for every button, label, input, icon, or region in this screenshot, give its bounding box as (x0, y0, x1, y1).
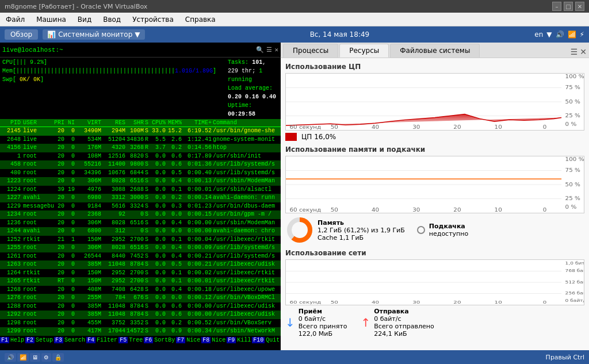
tab-processes[interactable]: Процессы (283, 44, 338, 58)
table-row[interactable]: 458root20055216114009800S0.00.60:01.36/u… (0, 160, 281, 169)
sys-icon-3[interactable]: 🖥 (30, 353, 40, 362)
menu-machine[interactable]: Машина (33, 14, 70, 25)
table-row[interactable]: 1264rtkit200150M29522700S0.00.10:00.02/u… (0, 269, 281, 278)
menu-devices[interactable]: Устройства (129, 14, 177, 25)
cell-pri: 20 (53, 152, 66, 161)
cell-virt: 150M (76, 236, 102, 244)
sys-icon-2[interactable]: 📶 (17, 353, 29, 362)
footer-btn-f10[interactable]: F10Quit (252, 336, 281, 345)
footer-btn-f7[interactable]: F7Nice (176, 336, 201, 345)
table-row[interactable]: 1root200108M125168820S0.00.60:17.89/usr/… (0, 152, 281, 161)
cell-mem%: 0.6 (167, 311, 183, 319)
mem-donut (285, 216, 314, 244)
cell-s: R (145, 136, 151, 144)
tab-close-icon[interactable]: ✕ (580, 47, 587, 56)
cell-shr: 6516 (127, 219, 145, 228)
cell-pri: 20 (53, 327, 66, 336)
col-header-pri: PRI (53, 120, 66, 126)
cell-s: S (145, 219, 151, 228)
sys-icon-5[interactable]: 🔒 (52, 353, 64, 362)
footer-btn-f6[interactable]: F6SortBy (144, 336, 176, 345)
sysmon-label: Системный монитор (58, 30, 132, 39)
cell-pid: 1264 (2, 269, 23, 278)
menu-icon[interactable]: ☰ (266, 46, 272, 53)
cell-mem%: 0.1 (167, 277, 183, 286)
table-row[interactable]: 1223root200306M80286516S0.00.40:00.13/us… (0, 177, 281, 186)
cell-ni: 19 (66, 186, 76, 194)
cell-shr: 0 (127, 227, 145, 236)
table-row[interactable]: 4156live200176M43203268R3.70.20:14.56hto… (0, 144, 281, 152)
table-row[interactable]: 1263root200385M110488784S0.00.50:00.21/u… (0, 260, 281, 269)
cell-pri: 20 (53, 136, 66, 144)
table-row[interactable]: 1244avahi20068003120S0.00.00:00.00avahi-… (0, 227, 281, 236)
cell-shr: 9800 (127, 160, 145, 169)
tab-filesystems[interactable]: Файловые системы (390, 44, 480, 58)
cell-command: avahi-daemon: chro (213, 227, 278, 236)
cell-ni: 0 (66, 294, 76, 302)
table-row[interactable]: 1229messagebu200918456163324S0.00.30:01.… (0, 202, 281, 211)
table-row[interactable]: 1292root200385M110488784S0.00.60:00.00/u… (0, 311, 281, 319)
sys-icon-1[interactable]: 🔊 (5, 353, 16, 362)
maximize-button[interactable]: □ (564, 2, 573, 11)
table-row[interactable]: 1265rtkitRT0150M29522700S0.00.10:00.01/u… (0, 277, 281, 286)
cell-pid: 1236 (2, 219, 23, 228)
table-row[interactable]: 1255root200306M80286516S0.00.40:00.09/us… (0, 244, 281, 252)
footer-btn-f1[interactable]: F1Help (0, 336, 25, 345)
language-indicator[interactable]: en (534, 30, 543, 39)
cell-shr: 8784 (127, 302, 145, 311)
footer-btn-f8[interactable]: F8Nice (201, 336, 227, 345)
cell-user: live (23, 136, 53, 144)
close-button[interactable]: ✕ (575, 2, 584, 11)
svg-text:50 %: 50 % (565, 99, 581, 104)
sys-icon-4[interactable]: ⚙ (41, 353, 51, 362)
table-row[interactable]: 1261root2002654484407452S0.00.40:00.21/u… (0, 252, 281, 261)
overview-button[interactable]: Обзор (5, 29, 38, 40)
cell-user: rtkit (23, 269, 53, 278)
cell-shr: 2700 (127, 269, 145, 278)
cell-pri: 20 (53, 252, 66, 261)
table-row[interactable]: 480root20034396106766844S0.00.50:00.40/u… (0, 169, 281, 178)
sysmon-icon: 📊 (47, 30, 56, 39)
swap-area: Подкачка недоступно (416, 223, 468, 237)
cell-pri: 20 (53, 219, 66, 228)
cell-pri: 20 (53, 127, 66, 136)
footer-btn-f3[interactable]: F3Search (54, 336, 86, 345)
menu-help[interactable]: Справка (182, 14, 219, 25)
tab-resources[interactable]: Ресурсы (339, 44, 389, 58)
close-icon[interactable]: ✕ (274, 46, 278, 53)
cell-user: rtkit (23, 236, 53, 244)
minimize-button[interactable]: – (552, 2, 561, 11)
send-total-val: 224,1 КиБ (374, 330, 434, 338)
table-row[interactable]: 1234root2002368920S0.00.00:00.15/usr/bin… (0, 210, 281, 219)
footer-label: Setup (35, 337, 54, 343)
table-row[interactable]: 1252rtkit211150M29522700S0.00.10:00.04/u… (0, 236, 281, 244)
sysmon-button[interactable]: 📊 Системный монитор ▼ (43, 29, 144, 40)
footer-btn-f4[interactable]: F4Filter (86, 336, 118, 345)
table-row[interactable]: 1224root3919497630882688S0.00.10:00.01/u… (0, 186, 281, 194)
cell-pid: 4156 (2, 144, 23, 152)
table-row[interactable]: 1268root200408M74086428S0.00.40:00.18/us… (0, 286, 281, 294)
htop-address: live@localhost:~ (2, 47, 63, 53)
table-row[interactable]: 1288root200385M110488784S0.00.60:00.00/u… (0, 302, 281, 311)
send-icon: ↑ (361, 317, 370, 328)
cell-user: root (23, 160, 53, 169)
table-row[interactable]: 1298root200455M37523352S0.00.20:00.52/us… (0, 319, 281, 328)
menu-file[interactable]: Файл (2, 14, 28, 25)
search-icon[interactable]: 🔍 (256, 46, 264, 53)
footer-btn-f2[interactable]: F2Setup (25, 336, 54, 345)
table-row[interactable]: 1227avahi200698033123000S0.00.20:00.14av… (0, 194, 281, 202)
menu-input[interactable]: Ввод (100, 14, 124, 25)
table-row[interactable]: 2145live2003490M294M100MS33.015.26:19.52… (0, 127, 281, 136)
table-row[interactable]: 1236root200306M80286516S0.00.40:00.00/us… (0, 219, 281, 228)
cell-virt: 534M (76, 136, 102, 144)
cell-pid: 1288 (2, 302, 23, 311)
menu-view[interactable]: Вид (74, 14, 95, 25)
hamburger-icon[interactable]: ☰ (571, 47, 578, 56)
footer-btn-f9[interactable]: F9Kill (227, 336, 252, 345)
footer-num: F8 (201, 337, 211, 343)
footer-btn-f5[interactable]: F5Tree (118, 336, 144, 345)
table-row[interactable]: 1276root200255M784676S0.00.00:00.12/usr/… (0, 294, 281, 302)
table-row[interactable]: 1299root200417M1704414572S0.00.90:00.34/… (0, 327, 281, 336)
table-row[interactable]: 2648live200534M5120434836R5.52.61:12.41g… (0, 136, 281, 144)
uptime-line: Uptime: 00:29:58 (228, 101, 278, 118)
